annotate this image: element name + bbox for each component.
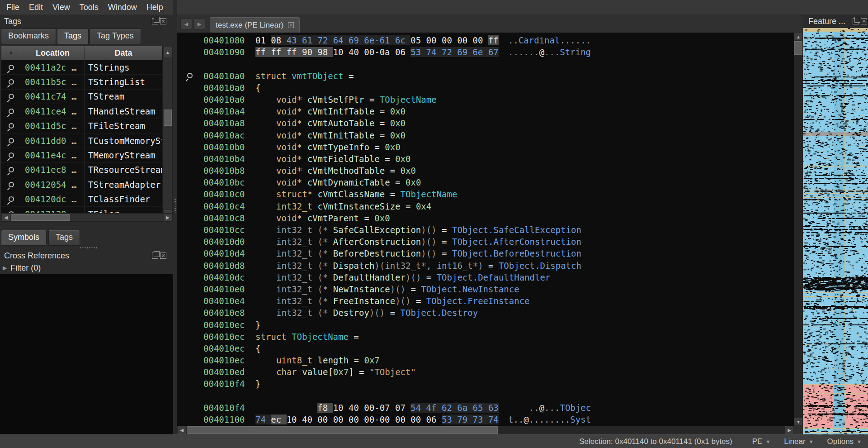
scroll-right-button[interactable]: ▶ [163, 214, 172, 221]
address[interactable]: 004010d4 [203, 248, 245, 259]
data-column-header[interactable]: Data [85, 46, 162, 60]
code-text[interactable]: { [255, 343, 260, 353]
hex-line[interactable]: 004010f4 f8 10 40 00-07 07 54 4f 62 6a 6… [177, 402, 794, 414]
byte[interactable]: 6c [395, 35, 410, 45]
row-data-cell[interactable]: TCustomMemoryStream [85, 136, 162, 146]
status-menu-pe[interactable]: PE▼ [752, 437, 771, 446]
code-text[interactable]: int32_t (* NewInstance)() = TObject.NewI… [255, 283, 519, 295]
document-tab[interactable]: test.exe (PE Linear) [210, 17, 300, 33]
byte[interactable]: 61 [302, 35, 317, 45]
code-line[interactable]: 004010edchar value[0x7] = "TObject" [177, 366, 794, 378]
row-data-cell[interactable]: TStrings [85, 62, 162, 72]
row-data-cell[interactable]: TStringList [85, 77, 162, 87]
row-data-cell[interactable]: THandleStream [85, 106, 162, 116]
byte[interactable]: 00- [364, 403, 379, 413]
address[interactable]: 004010c8 [203, 212, 245, 224]
byte[interactable]: 74 [426, 47, 442, 57]
byte[interactable]: 06 [395, 47, 410, 57]
code-line[interactable]: 004010a0struct vmtTObject = [177, 70, 794, 82]
hex-line[interactable]: 00401090ff ff ff 90 98 10 40 00-0a 06 53… [177, 46, 794, 58]
byte[interactable]: 00 [442, 35, 457, 45]
address[interactable]: 004010a0 [203, 94, 245, 105]
close-panel-icon[interactable] [160, 18, 166, 24]
row-data-cell[interactable]: TClassFinder [85, 194, 162, 204]
byte[interactable]: 00 [457, 35, 472, 45]
address[interactable]: 004010e0 [203, 283, 245, 295]
tab-close-icon[interactable] [288, 22, 294, 28]
address[interactable]: 004010a0 [203, 70, 245, 82]
status-menu-options[interactable]: Options▼ [827, 437, 862, 446]
code-line[interactable]: 004010ccint32_t (* SafeCallException)() … [177, 224, 794, 236]
menu-view[interactable]: View [52, 3, 70, 12]
address[interactable]: 004010ac [203, 129, 245, 141]
byte[interactable]: 98 [317, 47, 333, 57]
sidebar-tab-tags[interactable]: Tags [48, 230, 80, 246]
code-line[interactable]: 004010ecuint8_t length = 0x7 [177, 354, 794, 366]
code-text[interactable]: void* cVmtMethodTable = 0x0 [255, 165, 416, 176]
byte[interactable]: 07 [380, 403, 395, 413]
row-location-cell[interactable]: 00411ec8 … [21, 163, 85, 177]
byte[interactable]: 54 [410, 403, 426, 413]
address[interactable]: 00401080 [203, 34, 245, 46]
byte[interactable]: 6e [473, 47, 488, 57]
address[interactable]: 004010b0 [203, 141, 245, 153]
byte[interactable]: 10 [287, 415, 302, 424]
byte[interactable]: ec [271, 415, 286, 424]
address[interactable]: 004010a8 [203, 117, 245, 129]
code-line[interactable]: 004010ec} [177, 319, 794, 331]
table-row[interactable]: 00411c74 …TStream [1, 90, 162, 104]
code-line[interactable]: 004010f4} [177, 378, 794, 390]
scroll-left-button[interactable]: ◀ [1, 214, 10, 221]
row-location-cell[interactable]: 00411dd0 … [21, 133, 85, 148]
byte[interactable]: 10 [333, 403, 349, 413]
row-location-cell[interactable]: 00411a2c … [21, 60, 85, 74]
sidebar-main-splitter[interactable] [173, 0, 177, 419]
code-line[interactable]: 004010b8void* cVmtMethodTable = 0x0 [177, 165, 794, 176]
byte[interactable]: 00 [349, 415, 364, 424]
byte[interactable]: 00 [317, 415, 333, 424]
byte[interactable]: 10 [333, 47, 349, 57]
row-location-cell[interactable]: 00411d5c … [21, 119, 85, 133]
menu-help[interactable]: Help [146, 3, 163, 12]
code-text[interactable]: } [255, 320, 260, 330]
byte[interactable]: ff [271, 47, 286, 57]
row-data-cell[interactable]: TStream [85, 91, 162, 101]
tab-nav-right-button[interactable]: ▶ [193, 19, 205, 29]
byte[interactable]: 61 [380, 35, 395, 45]
byte[interactable]: 67 [488, 47, 499, 57]
byte[interactable]: 00 [426, 35, 442, 45]
code-line[interactable]: 004010a0void* cVmtSelfPtr = TObjectName [177, 94, 794, 105]
byte[interactable]: ff [287, 47, 302, 57]
address[interactable]: 004010d0 [203, 236, 245, 248]
code-text[interactable]: int32_t (* Destroy)() = TObject.Destroy [255, 307, 478, 319]
sidebar-tab-symbols[interactable]: Symbols [1, 230, 47, 246]
hex-line[interactable]: 0040110074 ec 10 40 00 00 00 00-00 00 00… [177, 414, 794, 425]
address[interactable]: 004010f4 [203, 378, 245, 390]
byte[interactable]: f8 [317, 403, 333, 413]
code-text[interactable]: int32_t (* SafeCallException)() = TObjec… [255, 224, 581, 236]
byte[interactable]: 72 [442, 47, 457, 57]
tags-table-vscrollbar[interactable]: ▲ ▼ [163, 46, 173, 222]
address[interactable]: 004010dc [203, 272, 245, 283]
code-text[interactable]: int32_t (* Dispatch)(int32_t*, int16_t*)… [255, 260, 581, 272]
blank-line[interactable] [177, 390, 794, 402]
row-location-cell[interactable]: 00411ce4 … [21, 104, 85, 118]
scroll-up-button[interactable]: ▲ [163, 46, 172, 58]
blank-line[interactable] [177, 58, 794, 70]
code-line[interactable]: 004010d8int32_t (* Dispatch)(int32_t*, i… [177, 260, 794, 272]
splitter-handle[interactable] [174, 198, 176, 214]
byte[interactable]: 69 [457, 47, 472, 57]
byte[interactable]: 00- [364, 47, 379, 57]
byte[interactable]: 74 [488, 415, 499, 424]
vscroll-thumb[interactable] [164, 110, 172, 126]
location-column-header[interactable]: Location [21, 46, 85, 60]
code-text[interactable]: void* cVmtSelfPtr = TObjectName [255, 94, 437, 105]
tab-nav-left-button[interactable]: ◀ [180, 19, 192, 29]
address[interactable]: 00401100 [203, 414, 245, 425]
hex-bytes[interactable]: 01 08 43 61 72 64 69 6e-61 6c 05 00 00 0… [255, 35, 499, 45]
byte[interactable]: 73 [473, 415, 488, 424]
address[interactable]: 004010a0 [203, 82, 245, 94]
address[interactable]: 004010cc [203, 224, 245, 236]
code-text[interactable]: char value[0x7] = "TObject" [255, 366, 416, 378]
code-text[interactable]: struct* cVmtClassName = TObjectName [255, 188, 457, 200]
